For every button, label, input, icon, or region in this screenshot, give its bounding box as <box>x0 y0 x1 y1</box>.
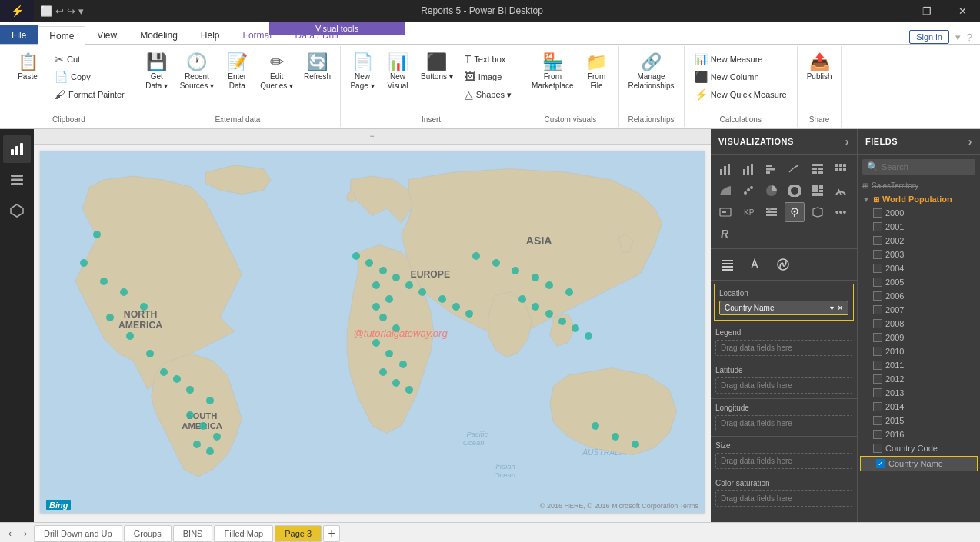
checkbox-2014[interactable] <box>873 402 882 411</box>
checkbox-country-code[interactable] <box>873 444 882 453</box>
fields-item-2003[interactable]: 2003 <box>858 248 980 261</box>
page-tab-page3[interactable]: Page 3 <box>275 525 322 542</box>
new-quick-measure-button[interactable]: ⚡ New Quick Measure <box>689 86 792 103</box>
fields-item-2016[interactable]: 2016 <box>858 427 980 441</box>
tab-help[interactable]: Help <box>189 25 232 44</box>
checkbox-2004[interactable] <box>873 264 882 273</box>
fields-item-2002[interactable]: 2002 <box>858 234 980 248</box>
checkbox-2003[interactable] <box>873 250 882 259</box>
checkbox-2005[interactable] <box>873 278 882 287</box>
tab-nav-left[interactable]: ‹ <box>3 527 17 540</box>
cut-button[interactable]: ✂ Cut <box>49 51 130 68</box>
fields-search-input[interactable] <box>882 162 971 171</box>
restore-button[interactable]: ❐ <box>909 0 945 22</box>
close-button[interactable]: ✕ <box>945 0 980 22</box>
new-visual-button[interactable]: 📊 NewVisual <box>381 51 415 94</box>
fields-item-2006[interactable]: 2006 <box>858 289 980 303</box>
fields-item-2012[interactable]: 2012 <box>858 372 980 386</box>
color-saturation-drop-zone[interactable]: Drag data fields here <box>715 490 852 507</box>
viz-icon-table[interactable] <box>808 159 828 179</box>
paste-button[interactable]: 📋 Paste <box>8 51 48 85</box>
checkbox-2010[interactable] <box>873 347 882 356</box>
tab-home[interactable]: Home <box>38 26 85 45</box>
checkbox-country-name[interactable]: ✓ <box>876 459 885 468</box>
checkbox-2000[interactable] <box>873 208 882 218</box>
location-dropdown-icon[interactable]: ▾ <box>830 304 834 312</box>
page-tab-filled-map[interactable]: Filled Map <box>214 525 273 542</box>
help-btn[interactable]: ? <box>967 32 972 43</box>
from-marketplace-button[interactable]: 🏪 FromMarketplace <box>527 51 578 94</box>
tab-file[interactable]: File <box>0 25 38 44</box>
tab-modeling[interactable]: Modeling <box>128 25 189 44</box>
image-button[interactable]: 🖼 Image <box>459 68 517 85</box>
checkbox-2007[interactable] <box>873 305 882 314</box>
page-tab-drill-down[interactable]: Drill Down and Up <box>34 525 122 542</box>
viz-icon-card[interactable] <box>715 202 735 222</box>
latitude-drop-zone[interactable]: Drag data fields here <box>715 377 852 394</box>
tab-view[interactable]: View <box>85 25 128 44</box>
viz-icon-fmap[interactable] <box>808 202 828 222</box>
checkbox-2013[interactable] <box>873 388 882 397</box>
viz-icon-scatter[interactable] <box>738 181 758 201</box>
new-column-button[interactable]: ⬛ New Column <box>689 68 792 85</box>
sidebar-icon-relationships[interactable] <box>3 197 31 224</box>
viz-icon-gauge[interactable] <box>831 181 851 201</box>
viz-icon-pie[interactable] <box>762 181 782 201</box>
fields-item-2007[interactable]: 2007 <box>858 303 980 317</box>
fields-item-2010[interactable]: 2010 <box>858 344 980 358</box>
fields-item-2005[interactable]: 2005 <box>858 275 980 289</box>
viz-fields-tool[interactable] <box>715 252 740 277</box>
checkbox-2009[interactable] <box>873 333 882 342</box>
fields-item-2001[interactable]: 2001 <box>858 220 980 234</box>
checkbox-2006[interactable] <box>873 291 882 301</box>
viz-icon-slicer[interactable] <box>762 202 782 222</box>
checkbox-2011[interactable] <box>873 361 882 370</box>
location-remove-icon[interactable]: ✕ <box>837 304 843 312</box>
page-tab-bins[interactable]: BINS <box>173 525 213 542</box>
fields-item-2015[interactable]: 2015 <box>858 414 980 427</box>
viz-icon-map[interactable] <box>785 202 805 222</box>
fields-item-2011[interactable]: 2011 <box>858 358 980 372</box>
get-data-button[interactable]: 💾 GetData ▾ <box>140 51 174 94</box>
checkbox-2016[interactable] <box>873 430 882 439</box>
size-drop-zone[interactable]: Drag data fields here <box>715 453 852 469</box>
checkbox-2015[interactable] <box>873 416 882 425</box>
fields-panel-arrow[interactable]: › <box>968 135 972 148</box>
publish-button[interactable]: 📤 Publish <box>802 51 837 85</box>
legend-drop-zone[interactable]: Drag data fields here <box>715 340 852 356</box>
from-file-button[interactable]: 📁 FromFile <box>580 51 614 94</box>
fields-item-country-name[interactable]: ✓ Country Name <box>860 456 978 471</box>
canvas-content[interactable]: Country Name ⤢ ••• Arctic Ocean Pacific … <box>40 151 705 513</box>
fields-item-2009[interactable]: 2009 <box>858 331 980 344</box>
toolbar-icon3[interactable]: ↪ <box>67 5 75 17</box>
viz-icon-bar2[interactable] <box>738 159 758 179</box>
recent-sources-button[interactable]: 🕐 RecentSources ▾ <box>175 51 218 94</box>
sidebar-icon-report[interactable] <box>3 135 31 163</box>
viz-icon-donut[interactable] <box>785 181 805 201</box>
page-tab-groups[interactable]: Groups <box>124 525 172 542</box>
fields-search-bar[interactable]: 🔍 <box>862 159 975 175</box>
viz-icon-bar[interactable] <box>715 159 735 179</box>
sidebar-icon-data[interactable] <box>3 166 31 194</box>
canvas-resize-handle[interactable]: ≡ <box>34 129 711 145</box>
new-measure-button[interactable]: 📊 New Measure <box>689 51 792 68</box>
shapes-button[interactable]: △ Shapes ▾ <box>459 86 517 103</box>
viz-icon-matrix[interactable] <box>831 159 851 179</box>
fields-item-country-code[interactable]: Country Code <box>858 441 980 455</box>
viz-icon-line[interactable] <box>785 159 805 179</box>
tab-nav-right[interactable]: › <box>18 527 32 540</box>
enter-data-button[interactable]: 📝 EnterData <box>220 51 254 94</box>
checkbox-2008[interactable] <box>873 319 882 328</box>
viz-analytics-tool[interactable] <box>771 252 795 277</box>
fields-item-2013[interactable]: 2013 <box>858 386 980 400</box>
fields-item-2000[interactable]: 2000 <box>858 206 980 220</box>
add-page-button[interactable]: + <box>323 525 340 542</box>
fields-group-sales-territory[interactable]: ⊞ SalesTerritory <box>858 179 980 192</box>
new-page-button[interactable]: 📄 NewPage ▾ <box>345 51 379 94</box>
edit-queries-button[interactable]: ✏ EditQueries ▾ <box>255 51 298 94</box>
fields-item-2008[interactable]: 2008 <box>858 317 980 331</box>
copy-button[interactable]: 📄 Copy <box>49 68 130 85</box>
viz-icon-kpi[interactable]: KPI <box>738 202 758 222</box>
format-painter-button[interactable]: 🖌 Format Painter <box>49 86 130 103</box>
checkbox-2002[interactable] <box>873 236 882 245</box>
